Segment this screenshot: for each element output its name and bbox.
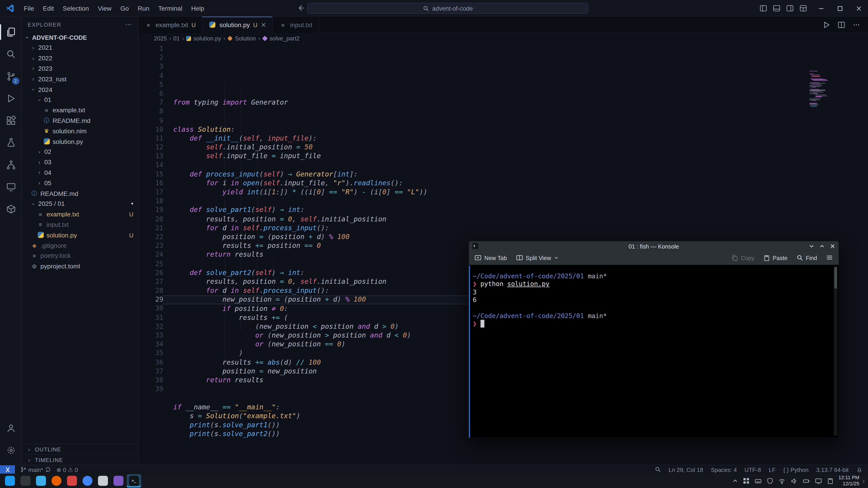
notifications-bell-icon[interactable]: [857, 466, 863, 473]
menu-edit[interactable]: Edit: [38, 0, 58, 16]
tree-folder-2021[interactable]: ›2021: [22, 43, 138, 53]
python-interpreter[interactable]: 3.13.7 64-bit: [816, 466, 848, 473]
menu-terminal[interactable]: Terminal: [154, 0, 187, 16]
hamburger-menu-icon[interactable]: [826, 254, 833, 261]
maximize-button[interactable]: [830, 0, 849, 17]
tree-folder-05[interactable]: ›05: [22, 178, 138, 188]
tree-folder-2024[interactable]: ›2024: [22, 84, 138, 95]
timeline-section[interactable]: › TIMELINE: [22, 454, 138, 465]
clock[interactable]: 12:11 PM 12/1/25: [838, 475, 860, 487]
menu-view[interactable]: View: [93, 0, 116, 16]
tree-root-advent-of-code[interactable]: › ADVENT-OF-CODE: [22, 32, 138, 43]
tray-display-icon[interactable]: [815, 477, 822, 484]
scrollbar-thumb[interactable]: [834, 267, 837, 289]
tab-input.txt[interactable]: input.txt: [273, 17, 319, 33]
testing-view-icon[interactable]: [0, 132, 22, 154]
tree-file-pyproject.toml[interactable]: pyproject.toml: [22, 261, 138, 271]
explorer-more-actions[interactable]: ⋯: [125, 21, 132, 28]
tree-file-README.md[interactable]: README.md: [22, 116, 138, 126]
menu-run[interactable]: Run: [133, 0, 154, 16]
copy-button[interactable]: Copy: [732, 254, 754, 261]
command-center-search[interactable]: advent-of-code: [307, 3, 588, 14]
taskbar-app-folder[interactable]: [34, 474, 48, 488]
taskbar-app-firefox[interactable]: [49, 474, 64, 488]
toggle-primary-sidebar-icon[interactable]: [760, 4, 767, 12]
menu-selection[interactable]: Selection: [58, 0, 93, 16]
menu-help[interactable]: Help: [187, 0, 209, 16]
zoom-indicator-icon[interactable]: [655, 466, 661, 473]
tree-file-example.txt[interactable]: example.txtU: [22, 209, 138, 219]
tree-file-solution.nim[interactable]: solution.nim: [22, 126, 138, 136]
tree-file-example.txt[interactable]: example.txt: [22, 105, 138, 116]
breadcrumb-Solution[interactable]: Solution: [228, 35, 256, 41]
breadcrumb-2025[interactable]: 2025: [154, 35, 167, 41]
tray-network-icon[interactable]: [778, 477, 786, 484]
indentation[interactable]: Spaces: 4: [711, 466, 737, 473]
remote-indicator[interactable]: [0, 465, 15, 474]
docker-view-icon[interactable]: [0, 198, 22, 220]
more-actions-icon[interactable]: [852, 21, 860, 29]
git-branch-status[interactable]: main*: [21, 466, 51, 473]
back-icon[interactable]: [297, 4, 305, 12]
konsole-titlebar[interactable]: 01 : fish — Konsole: [469, 241, 839, 251]
paste-button[interactable]: Paste: [763, 254, 787, 261]
tray-battery-icon[interactable]: [803, 477, 810, 484]
minimize-icon[interactable]: [809, 243, 814, 249]
toggle-secondary-sidebar-icon[interactable]: [786, 4, 794, 12]
terminal-body[interactable]: ~/Code/advent-of-code/2025/01 main*❯ pyt…: [469, 266, 839, 438]
tray-grid-icon[interactable]: [743, 477, 750, 484]
run-python-file-icon[interactable]: [823, 21, 830, 29]
breadcrumb-solution.py[interactable]: solution.py: [186, 35, 221, 41]
tree-folder-03[interactable]: ›03: [22, 157, 138, 167]
taskbar-app-app-blue[interactable]: [80, 474, 95, 488]
search-view-icon[interactable]: [0, 43, 22, 65]
tree-folder-04[interactable]: ›04: [22, 167, 138, 178]
tree-file-.gitignore[interactable]: .gitignore: [22, 240, 138, 251]
encoding[interactable]: UTF-8: [745, 466, 761, 473]
taskbar-app-app-purple[interactable]: [111, 474, 126, 488]
tab-solution.py[interactable]: solution.pyU: [202, 17, 273, 33]
problems-status[interactable]: ⊗ 0 ⚠ 0: [56, 466, 78, 473]
remote-explorer-view-icon[interactable]: [0, 176, 22, 198]
taskbar-app-dolphin[interactable]: [18, 474, 33, 488]
tree-folder-2023_rust[interactable]: ›2023_rust: [22, 74, 138, 84]
outline-section[interactable]: › OUTLINE: [22, 444, 138, 454]
close-button[interactable]: [849, 0, 868, 17]
tree-folder-01[interactable]: ›01: [22, 95, 138, 105]
tree-folder-2025 / 01[interactable]: ›2025 / 01•: [22, 199, 138, 209]
extensions-view-icon[interactable]: [0, 109, 22, 132]
taskbar-app-app-light[interactable]: [96, 474, 110, 488]
taskbar-app-kde-launcher[interactable]: [3, 474, 17, 488]
tree-folder-2023[interactable]: ›2023: [22, 64, 138, 74]
tree-folder-2022[interactable]: ›2022: [22, 53, 138, 64]
find-button[interactable]: Find: [796, 254, 817, 261]
customize-layout-icon[interactable]: [799, 4, 807, 12]
split-view-button[interactable]: Split View: [516, 254, 558, 261]
tray-volume-icon[interactable]: [791, 477, 798, 484]
breadcrumb-solve_part2[interactable]: solve_part2: [262, 35, 300, 41]
tree-folder-02[interactable]: ›02: [22, 147, 138, 157]
close-tab-icon[interactable]: [260, 22, 266, 27]
terminal-scrollbar[interactable]: [834, 267, 837, 436]
taskbar-app-app-red[interactable]: [65, 474, 79, 488]
panel-hide-icon[interactable]: ›: [863, 477, 865, 484]
run-debug-view-icon[interactable]: [0, 88, 22, 109]
tab-example.txt[interactable]: example.txtU: [138, 17, 202, 33]
breadcrumb-01[interactable]: 01: [174, 35, 180, 41]
eol-sequence[interactable]: LF: [769, 466, 776, 473]
tree-file-input.txt[interactable]: input.txt: [22, 219, 138, 230]
minimap[interactable]: [809, 71, 860, 108]
split-editor-icon[interactable]: [837, 21, 845, 29]
tree-file-solution.py[interactable]: solution.py: [22, 136, 138, 147]
menu-go[interactable]: Go: [116, 0, 133, 16]
language-mode[interactable]: { } Python: [783, 466, 809, 473]
menu-file[interactable]: File: [20, 0, 39, 16]
tray-clipboard-icon[interactable]: [827, 477, 834, 484]
tree-file-solution.py[interactable]: solution.pyU: [22, 230, 138, 240]
tray-shield-icon[interactable]: [767, 477, 774, 484]
explorer-view-icon[interactable]: [0, 21, 22, 43]
cursor-position[interactable]: Ln 29, Col 18: [669, 466, 703, 473]
taskbar-app-konsole[interactable]: >_: [127, 474, 141, 488]
maximize-icon[interactable]: [819, 243, 825, 249]
close-icon[interactable]: [830, 243, 835, 249]
